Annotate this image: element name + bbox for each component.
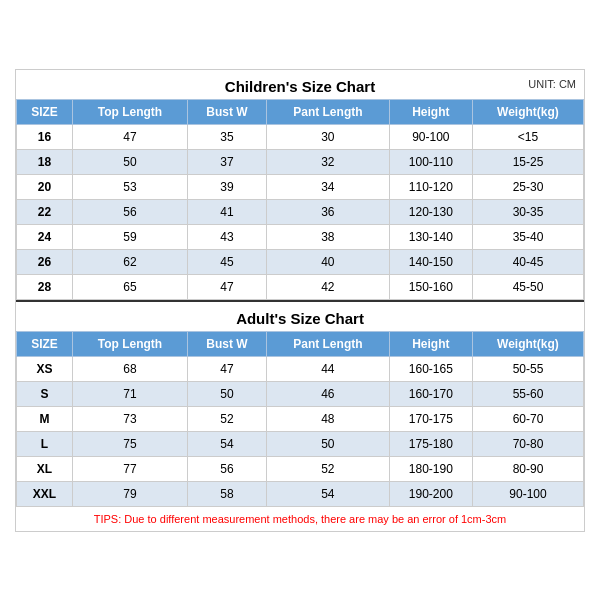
adult-header-pant-length: Pant Length [266,331,389,356]
children-header-bust-w: Bust W [188,99,267,124]
tips-text: TIPS: Due to different measurement metho… [16,507,584,531]
unit-label: UNIT: CM [528,78,576,90]
children-header-pant-length: Pant Length [266,99,389,124]
children-section-title: Children's Size Chart UNIT: CM [16,70,584,99]
adult-header-height: Height [389,331,472,356]
table-row: 24594338130-14035-40 [17,224,584,249]
table-row: 1647353090-100<15 [17,124,584,149]
adult-header-weight: Weight(kg) [472,331,583,356]
adult-section-title: Adult's Size Chart [16,300,584,331]
children-title-text: Children's Size Chart [225,78,375,95]
table-row: XXL795854190-20090-100 [17,481,584,506]
adult-title-text: Adult's Size Chart [236,310,364,327]
adult-header-row: SIZE Top Length Bust W Pant Length Heigh… [17,331,584,356]
table-row: 18503732100-11015-25 [17,149,584,174]
table-row: XS684744160-16550-55 [17,356,584,381]
adult-header-bust-w: Bust W [188,331,267,356]
table-row: L755450175-18070-80 [17,431,584,456]
adult-table: SIZE Top Length Bust W Pant Length Heigh… [16,331,584,507]
children-table: SIZE Top Length Bust W Pant Length Heigh… [16,99,584,300]
table-row: 22564136120-13030-35 [17,199,584,224]
table-row: 28654742150-16045-50 [17,274,584,299]
children-header-top-length: Top Length [72,99,187,124]
table-row: M735248170-17560-70 [17,406,584,431]
children-header-row: SIZE Top Length Bust W Pant Length Heigh… [17,99,584,124]
size-chart-container: Children's Size Chart UNIT: CM SIZE Top … [15,69,585,532]
children-header-height: Height [389,99,472,124]
children-header-weight: Weight(kg) [472,99,583,124]
table-row: 26624540140-15040-45 [17,249,584,274]
adult-header-top-length: Top Length [72,331,187,356]
table-row: 20533934110-12025-30 [17,174,584,199]
children-header-size: SIZE [17,99,73,124]
table-row: S715046160-17055-60 [17,381,584,406]
table-row: XL775652180-19080-90 [17,456,584,481]
adult-header-size: SIZE [17,331,73,356]
